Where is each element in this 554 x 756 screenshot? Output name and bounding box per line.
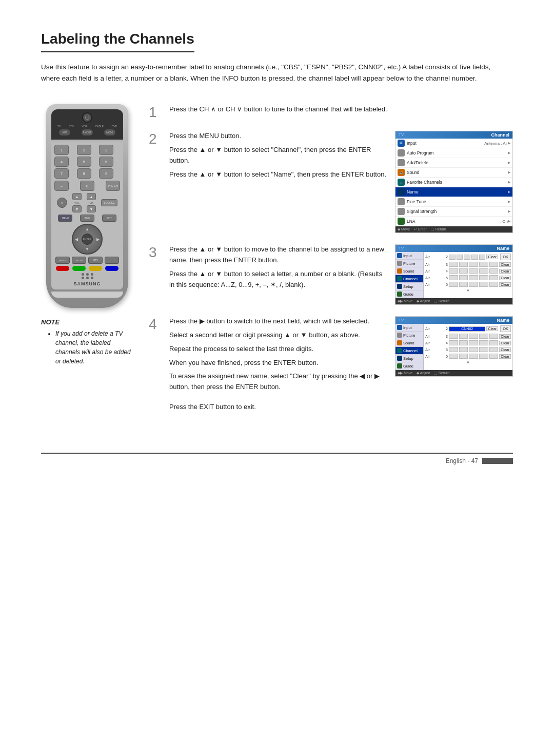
sidebar-sound-4: Sound xyxy=(395,339,423,347)
name-icon xyxy=(398,188,405,196)
antenna-button[interactable]: ANT xyxy=(59,129,70,135)
exit-button[interactable]: EXIT xyxy=(102,215,116,222)
name-field-4-2b xyxy=(459,334,468,339)
dash-button[interactable]: – xyxy=(54,181,69,191)
ch-down-button[interactable]: ▼ xyxy=(87,205,96,212)
mts-button[interactable]: MTS xyxy=(88,257,103,264)
num8-button[interactable]: 8 xyxy=(77,168,91,179)
sidebar-picture-label-4: Picture xyxy=(403,333,415,338)
name-field-3-3b xyxy=(459,268,468,274)
nav-down-button[interactable]: ▼ xyxy=(85,247,89,251)
num0-button[interactable]: 0 xyxy=(80,181,94,191)
fav-ch-button[interactable]: FAV.CH xyxy=(55,257,70,264)
vol-up-button[interactable]: ▲ xyxy=(72,193,82,200)
name-row-3-4: Air 5 Clear xyxy=(425,275,511,280)
sidebar-sound-icon-4 xyxy=(397,340,402,345)
enter-button[interactable]: ENTER xyxy=(82,234,93,245)
sidebar-guide-label-3: Guide xyxy=(403,292,413,297)
ok-button-4[interactable]: OK xyxy=(500,325,511,332)
nav-left-button[interactable]: ◀ xyxy=(75,237,78,242)
name-field-3-5b xyxy=(459,282,468,287)
name-field-3-4c xyxy=(469,275,478,280)
footer-adjust-4: ◆ Adjust xyxy=(417,371,430,375)
clear-button-3-3[interactable]: Clear xyxy=(499,269,511,274)
mute-button[interactable]: M xyxy=(57,198,67,208)
name-screen-3-title: Name xyxy=(497,246,509,251)
menu-item-autoprogram: Auto Program ▶ xyxy=(395,148,512,158)
name-tv-label-4: TV xyxy=(399,318,404,323)
clear-button-3-4[interactable]: Clear xyxy=(499,276,511,280)
num5-button[interactable]: 5 xyxy=(77,157,91,167)
yellow-button[interactable] xyxy=(89,266,102,271)
nav-up-button[interactable]: ▲ xyxy=(85,227,89,231)
ok-button-3[interactable]: OK xyxy=(500,254,511,260)
clear-button-3-1[interactable]: Clear xyxy=(486,255,498,259)
menu-adddelete-label: Add/Delete xyxy=(407,160,508,165)
blue-button[interactable] xyxy=(105,266,118,271)
info-button[interactable]: INFO xyxy=(80,215,94,222)
name-num-4-1: 2 xyxy=(440,326,448,331)
sidebar-input-label-3: Input xyxy=(403,254,412,258)
name-num-4-5: 6 xyxy=(440,354,448,359)
step-2-text-3: Press the ▲ or ▼ button to select "Name"… xyxy=(169,169,387,180)
clear-button-4-3[interactable]: Clear xyxy=(499,341,511,345)
dot xyxy=(91,273,93,276)
clear-button-4-5[interactable]: Clear xyxy=(499,354,511,359)
prech-button[interactable]: PRE-CH xyxy=(106,181,120,191)
num4-button[interactable]: 4 xyxy=(54,157,69,167)
step-4-layout: Press the ▶ button to switch to the next… xyxy=(169,316,513,396)
sidebar-guide-icon-3 xyxy=(397,292,402,297)
ch-label: CH xyxy=(89,201,93,204)
name-field-4-4c xyxy=(469,347,478,352)
clear-button-4-1[interactable]: Clear xyxy=(486,326,498,331)
red-button[interactable] xyxy=(56,266,69,271)
num3-button[interactable]: 3 xyxy=(99,145,113,155)
num2-button[interactable]: 2 xyxy=(77,145,91,155)
name-screen-4-body: Input Picture Sound xyxy=(395,324,512,370)
name-field-3-3d xyxy=(479,268,488,274)
name-label-4-4: Air xyxy=(425,347,440,352)
page-number: English - 47 xyxy=(446,457,478,464)
clear-button-4-4[interactable]: Clear xyxy=(499,347,511,352)
name-field-4-2d xyxy=(479,334,488,339)
sidebar-guide-icon-4 xyxy=(397,363,402,369)
clear-button-4-2[interactable]: Clear xyxy=(499,334,511,339)
clear-button-3-2[interactable]: Clear xyxy=(499,262,511,267)
dot-row-1 xyxy=(82,273,93,276)
num7-button[interactable]: 7 xyxy=(54,168,69,179)
pmode-button[interactable]: P.MODE xyxy=(82,129,93,135)
num1-button[interactable]: 1 xyxy=(54,145,69,155)
dot xyxy=(86,277,89,279)
name-label-3-4: Air xyxy=(425,276,440,280)
mode-button[interactable]: MODE xyxy=(104,129,115,135)
ch-up-button[interactable]: ▲ xyxy=(87,193,96,200)
sidebar-setup-4: Setup xyxy=(395,355,423,362)
extra-button[interactable] xyxy=(105,257,119,264)
vol-down-button[interactable]: ▼ xyxy=(72,205,82,212)
green-button[interactable] xyxy=(72,266,86,271)
name-screen-3: TV Name Input Pictur xyxy=(395,244,513,305)
name-field-4-3d xyxy=(479,340,488,345)
num9-button[interactable]: 9 xyxy=(99,168,113,179)
name-field-3-5c xyxy=(469,282,478,287)
ch-list-button[interactable]: CH LIST xyxy=(72,257,86,264)
step-4-text-block: Press the ▶ button to switch to the next… xyxy=(169,316,387,396)
cable-label: CABLE xyxy=(95,125,103,128)
name-field-4-5d xyxy=(479,354,488,359)
name-row-4-1: Air 2 CNN02 Clear OK xyxy=(425,325,511,332)
source-button[interactable]: SOURCE xyxy=(101,199,117,206)
power-button[interactable] xyxy=(82,112,92,123)
ch-column: ▲ CH ▼ xyxy=(87,193,96,212)
menu-button[interactable]: MENU xyxy=(58,215,72,222)
clear-button-3-5[interactable]: Clear xyxy=(499,282,511,287)
color-buttons xyxy=(54,266,120,271)
name-field-3-4a xyxy=(449,275,458,280)
nav-right-button[interactable]: ▶ xyxy=(96,237,100,242)
name-field-4-5a xyxy=(449,354,458,359)
name-label-3-3: Air xyxy=(425,269,440,274)
name-num-4-3: 4 xyxy=(440,341,448,345)
step-2-text-1: Press the MENU button. xyxy=(169,131,387,142)
intro-text: Use this feature to assign an easy-to-re… xyxy=(41,62,503,84)
func-row: MENU INFO EXIT xyxy=(54,215,120,222)
num6-button[interactable]: 6 xyxy=(99,157,113,167)
